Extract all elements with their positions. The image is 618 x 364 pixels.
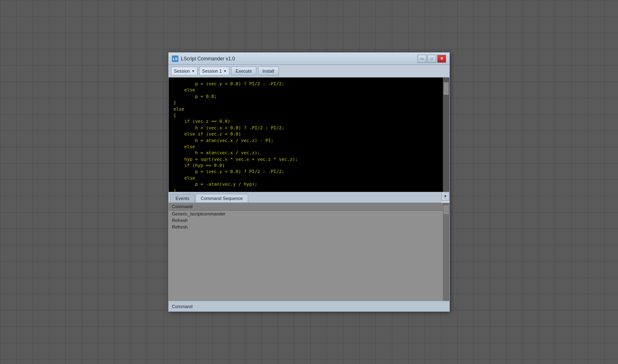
maximize-button[interactable]: □ (427, 55, 436, 63)
close-button[interactable]: ✕ (437, 55, 446, 63)
minimize-button[interactable]: — (418, 55, 427, 63)
tab-command-sequence-label: Command Sequence (201, 196, 243, 201)
session-dropdown-arrow: ▼ (191, 69, 195, 73)
code-editor[interactable]: p = (vec.y < 0.0) ? PI/2 : -PI/2; else p… (169, 78, 443, 192)
list-item-label: Generic_lscriptcommander (172, 211, 225, 216)
session-label: Session (174, 69, 190, 73)
list-item[interactable]: Generic_lscriptcommander (169, 211, 443, 217)
events-scrollbar-thumb[interactable] (444, 206, 449, 214)
list-item-label: Refresh (172, 218, 188, 223)
list-item[interactable]: Refresh (169, 217, 443, 224)
session1-dropdown-arrow: ▼ (223, 69, 227, 73)
code-wrapper: p = (vec.y < 0.0) ? PI/2 : -PI/2; else p… (169, 78, 449, 192)
tabs-bar: Events Command Sequence ▼ (169, 192, 449, 203)
install-button[interactable]: Install (258, 67, 279, 75)
toolbar: Session ▼ Session 1 ▼ Execute Install (169, 65, 449, 78)
tab-command-sequence[interactable]: Command Sequence (196, 194, 248, 202)
command-bar-label: Command (172, 304, 193, 309)
code-scrollbar-thumb[interactable] (444, 82, 449, 95)
command-column-header: Command (172, 204, 193, 209)
window-title: LScript Commander v1.0 (181, 56, 235, 62)
session-dropdown[interactable]: Session ▼ (171, 67, 198, 75)
title-bar-buttons: — □ ✕ (418, 55, 446, 63)
app-icon-text: LS (173, 57, 178, 61)
execute-button[interactable]: Execute (231, 67, 256, 75)
code-content: p = (vec.y < 0.0) ? PI/2 : -PI/2; else p… (173, 81, 441, 192)
list-item-label: Refresh (172, 224, 188, 229)
command-bar: Command (169, 301, 449, 311)
list-item[interactable]: Refresh (169, 224, 443, 230)
tab-events[interactable]: Events (170, 194, 195, 202)
events-column-header: Command (169, 203, 443, 211)
events-content: Command Generic_lscriptcommander Refresh… (169, 203, 443, 301)
session1-dropdown[interactable]: Session 1 ▼ (199, 67, 229, 75)
session1-label: Session 1 (202, 69, 222, 73)
tab-events-label: Events (176, 196, 189, 201)
events-list: Generic_lscriptcommander Refresh Refresh (169, 211, 443, 230)
title-bar: LS LScript Commander v1.0 — □ ✕ (169, 53, 449, 65)
code-scrollbar[interactable] (443, 78, 449, 192)
title-bar-left: LS LScript Commander v1.0 (172, 55, 235, 62)
events-wrapper: Command Generic_lscriptcommander Refresh… (169, 203, 449, 301)
app-icon: LS (172, 55, 178, 62)
main-window: LS LScript Commander v1.0 — □ ✕ Session … (168, 52, 450, 312)
events-scrollbar[interactable] (443, 203, 449, 301)
tab-dropdown-button[interactable]: ▼ (441, 192, 449, 201)
